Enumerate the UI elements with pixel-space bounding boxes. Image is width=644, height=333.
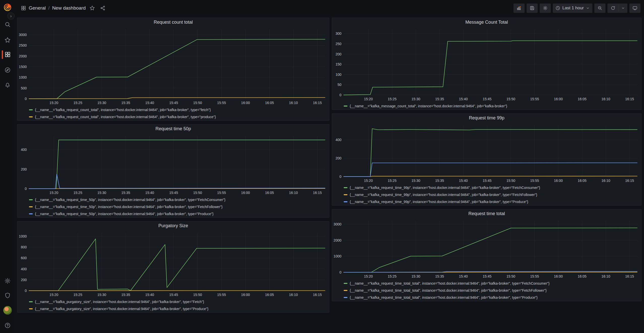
breadcrumb: General / New dashboard xyxy=(21,4,107,12)
x-axis-tick-label: 15:30 xyxy=(97,191,106,195)
y-axis-tick-label: 3000 xyxy=(334,222,341,226)
server-admin-shield-icon[interactable] xyxy=(0,290,15,301)
series-line xyxy=(29,39,325,99)
x-axis-tick-label: 15:25 xyxy=(388,274,397,278)
add-panel-button[interactable] xyxy=(513,4,525,13)
refresh-button[interactable] xyxy=(607,4,619,13)
legend-series-swatch xyxy=(29,199,33,200)
star-dashboard-button[interactable] xyxy=(88,4,96,12)
legend-item[interactable]: {__name__="kafka_request_time_total_tota… xyxy=(344,287,550,294)
grafana-logo[interactable] xyxy=(0,2,15,13)
legend-item[interactable]: {__name__="kafka_request_time_50p", inst… xyxy=(29,210,226,217)
x-axis-tick-label: 15:55 xyxy=(530,97,539,101)
legend-item[interactable]: {__name__="kafka_request_time_total_tota… xyxy=(344,280,550,287)
breadcrumb-folder[interactable]: General xyxy=(29,5,46,11)
series-line xyxy=(344,163,637,177)
sidebar xyxy=(0,0,15,333)
x-axis-tick-label: 15:35 xyxy=(435,179,444,183)
legend-item[interactable]: {__name__="kafka_purgatory_size", instan… xyxy=(29,305,208,312)
expand-sidebar-button[interactable]: › xyxy=(7,12,15,20)
dashboard-settings-button[interactable] xyxy=(540,4,551,13)
x-axis-tick-label: 16:15 xyxy=(313,191,322,195)
x-axis-tick-label: 15:40 xyxy=(145,293,154,297)
refresh-interval-button[interactable] xyxy=(619,4,627,13)
x-axis-tick-label: 16:00 xyxy=(241,101,250,105)
y-axis-tick-label: 2000 xyxy=(334,238,341,242)
x-axis-tick-label: 15:40 xyxy=(145,191,154,195)
legend-item[interactable]: {__name__="kafka_request_time_50p", inst… xyxy=(29,196,226,203)
breadcrumb-dashboard-name[interactable]: New dashboard xyxy=(52,5,86,11)
x-axis-tick-label: 15:30 xyxy=(97,293,106,297)
y-axis-tick-label: 3000 xyxy=(19,33,27,37)
x-axis-tick-label: 15:30 xyxy=(411,179,420,183)
configuration-gear-icon[interactable] xyxy=(0,276,15,286)
x-axis-tick-label: 15:55 xyxy=(530,179,539,183)
series-line xyxy=(29,239,325,291)
x-axis-tick-label: 16:10 xyxy=(601,179,610,183)
x-axis-tick-label: 15:30 xyxy=(411,97,420,101)
x-axis-tick-label: 15:25 xyxy=(388,179,397,183)
legend-series-label: {__name__="kafka_purgatory_size", instan… xyxy=(35,300,204,304)
y-axis-tick-label: 200 xyxy=(21,167,27,171)
share-dashboard-button[interactable] xyxy=(99,4,107,12)
x-axis-tick-label: 16:15 xyxy=(625,274,634,278)
panel-request-time-total: Request time total010002000300015:2015:2… xyxy=(332,209,641,301)
dashboards-grid-icon xyxy=(21,5,26,11)
x-axis-tick-label: 15:45 xyxy=(169,191,178,195)
legend-series-label: {__name__="kafka_request_count_total", i… xyxy=(35,115,216,119)
legend-item[interactable]: {__name__="kafka_request_time_99p", inst… xyxy=(344,191,540,198)
legend-item[interactable]: {__name__="kafka_request_count_total", i… xyxy=(29,106,216,113)
x-axis-tick-label: 16:00 xyxy=(554,97,563,101)
legend-item[interactable]: {__name__="kafka_message_count_total", i… xyxy=(344,103,507,110)
explore-compass-icon[interactable] xyxy=(0,65,15,75)
grafana-app: › General / New dashboard xyxy=(0,0,644,333)
user-avatar[interactable] xyxy=(0,305,15,315)
x-axis-tick-label: 16:10 xyxy=(289,191,298,195)
legend-item[interactable]: {__name__="kafka_request_time_50p", inst… xyxy=(29,203,226,210)
x-axis-tick-label: 15:30 xyxy=(411,274,420,278)
time-series-canvas[interactable]: 010002000300015:2015:2515:3015:3515:4015… xyxy=(332,209,641,279)
y-axis-tick-label: 200 xyxy=(21,278,27,282)
legend-item[interactable]: {__name__="kafka_request_time_total_tota… xyxy=(344,294,550,301)
alerting-bell-icon[interactable] xyxy=(0,80,15,90)
zoom-out-time-button[interactable] xyxy=(594,4,605,13)
legend-series-label: {__name__="kafka_request_time_99p", inst… xyxy=(350,193,537,197)
legend-series-label: {__name__="kafka_request_time_50p", inst… xyxy=(35,205,222,209)
y-axis-tick-label: 250 xyxy=(336,42,342,46)
x-axis-tick-label: 15:50 xyxy=(193,293,202,297)
tv-cycle-view-icon xyxy=(632,6,637,11)
legend-series-swatch xyxy=(29,213,33,214)
time-series-canvas[interactable]: 05001000150020002500300015:2015:2515:301… xyxy=(17,18,329,106)
time-series-canvas[interactable]: 05010015020025030015:2015:2515:3015:3515… xyxy=(332,18,641,102)
cycle-view-mode-button[interactable] xyxy=(629,4,640,13)
help-icon[interactable] xyxy=(0,320,15,330)
starred-icon[interactable] xyxy=(0,35,15,45)
legend-item[interactable]: {__name__="kafka_purgatory_size", instan… xyxy=(29,298,208,305)
y-axis-tick-label: 0 xyxy=(25,289,27,293)
x-axis-tick-label: 16:05 xyxy=(265,293,274,297)
dashboards-icon[interactable] xyxy=(0,49,15,59)
y-axis-tick-label: 400 xyxy=(336,138,342,142)
time-range-label: Last 1 hour xyxy=(562,6,584,11)
time-series-canvas[interactable]: 0200400600800100015:2015:2515:3015:3515:… xyxy=(17,221,329,298)
x-axis-tick-label: 16:05 xyxy=(265,101,274,105)
legend-series-label: {__name__="kafka_request_time_50p", inst… xyxy=(35,212,213,216)
panel-request-time-50p: Request time 50p020040015:2015:2515:3015… xyxy=(17,124,329,218)
time-series-canvas[interactable]: 020040015:2015:2515:3015:3515:4015:4515:… xyxy=(17,124,329,196)
x-axis-tick-label: 15:50 xyxy=(193,101,202,105)
legend-item[interactable]: {__name__="kafka_request_count_total", i… xyxy=(29,113,216,120)
legend-item[interactable]: {__name__="kafka_request_time_99p", inst… xyxy=(344,198,540,205)
settings-gear-icon xyxy=(543,6,548,11)
x-axis-tick-label: 15:55 xyxy=(217,101,226,105)
y-axis-tick-label: 1000 xyxy=(19,75,27,79)
x-axis-tick-label: 15:45 xyxy=(169,101,178,105)
time-series-canvas[interactable]: 020040015:2015:2515:3015:3515:4015:4515:… xyxy=(332,114,641,184)
save-dashboard-button[interactable] xyxy=(527,4,538,13)
legend-series-label: {__name__="kafka_request_time_total_tota… xyxy=(350,295,538,299)
legend-series-swatch xyxy=(29,116,33,117)
legend-item[interactable]: {__name__="kafka_request_time_99p", inst… xyxy=(344,184,540,191)
x-axis-tick-label: 15:35 xyxy=(121,191,130,195)
search-icon[interactable] xyxy=(0,19,15,29)
legend-series-swatch xyxy=(344,106,347,107)
time-range-picker[interactable]: Last 1 hour xyxy=(553,4,592,13)
